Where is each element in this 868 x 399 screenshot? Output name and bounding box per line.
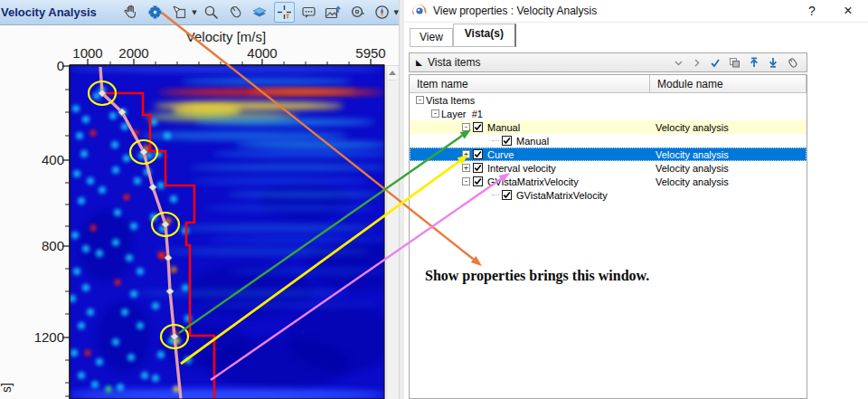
app-icon [412,4,427,18]
vista-items-tree: Item nameModule name -Vista Items-Layer … [409,74,807,399]
close-button[interactable]: × [833,0,863,22]
help-button[interactable]: ? [797,0,827,22]
velocity-spectrum-plot[interactable]: Velocity [m/s]10002000400059500400800120… [0,0,404,399]
tree-row-curve[interactable]: +CurveVelocity analysis [410,147,807,161]
tree-item-label: Manual [486,122,522,133]
tree-item-label: Vista Items [424,95,476,106]
tree-row-gvistamatrixvelocity[interactable]: GVistaMatrixVelocity [410,188,807,202]
copy-icon[interactable] [729,57,741,68]
tree-item-label: Manual [514,136,551,147]
panel-title: Velocity Analysis [0,5,120,19]
panel-titlebar: Velocity Analysis ▼▼ [0,0,399,25]
dialog-titlebar: View properties : Velocity Analysis ? × [404,0,868,23]
pan-hand-button[interactable] [120,2,141,23]
vista-items-title: Vista items [428,56,480,69]
svg-text:1200: 1200 [34,329,64,345]
tree-item-label: Curve [486,149,515,160]
layers-icon [251,5,268,20]
vista-items-header[interactable]: ◣ Vista items [409,52,807,72]
zoom-magnifier-button[interactable] [201,2,222,23]
collapse-box-icon[interactable]: - [462,177,470,185]
measure-tape-icon [350,5,365,20]
tree-row-layer-1[interactable]: -Layer #1 [410,107,807,120]
checkbox-checked-icon[interactable] [502,136,512,146]
collapse-box-icon[interactable]: - [416,96,424,104]
tree-connector [492,195,499,196]
svg-text:2000: 2000 [118,45,148,61]
settings-gear-button[interactable] [145,2,165,23]
tree-row-interval-velocity[interactable]: +Interval velocityVelocity analysis [410,161,807,175]
collapse-box-icon[interactable]: - [431,109,439,118]
y-axis-label-partial: s] [0,383,14,393]
chevron-right-icon[interactable] [692,58,702,68]
dropdown-arrow-icon[interactable]: ▼ [394,9,399,16]
compass-icon [374,5,390,20]
check-icon[interactable] [710,58,721,68]
checkbox-checked-icon[interactable] [473,149,483,159]
velocity-analysis-panel: Velocity [m/s]10002000400059500400800120… [0,0,399,399]
compass-button[interactable] [372,2,392,23]
checkbox-checked-icon[interactable] [473,163,483,173]
tree-column-headers: Item nameModule name [410,75,807,93]
tree-row-vista-items[interactable]: -Vista Items [410,93,807,107]
module-name-label: Velocity analysis [656,122,729,133]
mouse-button[interactable] [225,2,246,23]
comment-bubble-button[interactable] [298,2,319,23]
tree-item-label: GVistaMatrixVelocity [486,176,580,187]
zoom-magnifier-icon [203,5,219,20]
layers-button[interactable] [250,2,270,23]
checkbox-checked-icon[interactable] [473,176,483,186]
vista-items-toolbar [674,57,807,69]
column-header-module-name[interactable]: Module name [650,75,807,93]
svg-text:Velocity [m/s]: Velocity [m/s] [186,29,266,44]
mouse-icon[interactable] [787,57,798,69]
module-name-label: Velocity analysis [656,149,729,160]
collapse-box-icon[interactable]: - [462,123,470,131]
tree-item-label: Layer #1 [439,109,485,119]
image-export-icon [325,5,341,20]
svg-text:5950: 5950 [355,45,385,61]
tree-item-label: Interval velocity [486,163,558,174]
plot-toolbar: ▼▼ [120,2,399,23]
settings-gear-icon [147,5,163,20]
annotation-text: Show properties brings this window. [425,268,649,284]
crosshair-icon [277,5,292,20]
comment-bubble-icon [301,5,316,20]
svg-text:4000: 4000 [247,45,277,61]
measure-tape-button[interactable] [347,2,368,23]
view-properties-dialog: View properties : Velocity Analysis ? × … [404,0,868,399]
image-export-button[interactable] [323,2,344,23]
column-header-item-name[interactable]: Item name [410,75,650,93]
tab-vistas[interactable]: Vista(s) [453,24,516,47]
chevron-down-icon[interactable] [674,58,684,68]
module-name-label: Velocity analysis [656,163,729,174]
checkbox-checked-icon[interactable] [502,190,512,200]
dialog-tabs: ViewVista(s) [410,25,516,47]
tree-row-gvistamatrixvelocity[interactable]: -GVistaMatrixVelocityVelocity analysis [410,175,807,188]
module-name-label: Velocity analysis [656,176,729,187]
select-region-icon [172,5,187,20]
dialog-title: View properties : Velocity Analysis [433,5,597,17]
select-region-button[interactable] [169,2,190,23]
crosshair-button[interactable] [274,2,295,23]
svg-text:400: 400 [42,152,64,167]
expand-box-icon[interactable]: + [462,150,470,158]
svg-text:800: 800 [42,238,64,253]
tree-rows: -Vista Items-Layer #1-ManualVelocity ana… [410,93,807,202]
svg-text:1000: 1000 [72,45,102,61]
tree-row-manual[interactable]: Manual [410,134,807,147]
move-down-icon[interactable] [768,57,778,68]
tree-connector [492,140,499,142]
mouse-icon [228,5,243,20]
dropdown-arrow-icon[interactable]: ▼ [192,9,196,16]
scroll-up-button[interactable] [387,66,398,81]
pan-hand-icon [123,5,138,20]
expand-box-icon[interactable]: + [462,164,470,172]
checkbox-checked-icon[interactable] [473,122,483,132]
tree-row-manual[interactable]: -ManualVelocity analysis [410,120,807,134]
tree-item-label: GVistaMatrixVelocity [514,190,609,201]
move-up-icon[interactable] [749,57,760,68]
tab-view[interactable]: View [410,28,453,47]
heatmap-canvas [68,65,404,399]
collapse-triangle-icon: ◣ [416,58,422,67]
